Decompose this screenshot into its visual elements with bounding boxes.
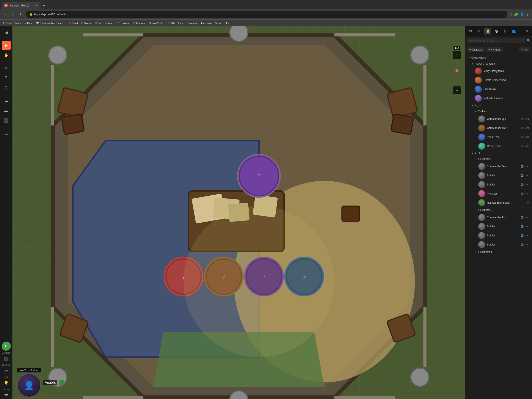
- journal-btn[interactable]: 📔: [484, 28, 491, 34]
- zoom-slider[interactable]: [456, 59, 457, 85]
- encounter2-header[interactable]: ▼ Encounter 2: [472, 207, 532, 213]
- jesv-sheet-btn[interactable]: ⚄: [521, 165, 524, 168]
- token-tool-btn[interactable]: ⬛: [2, 116, 11, 125]
- collapse-sidebar-btn[interactable]: ◀: [2, 28, 11, 37]
- jukebox-btn[interactable]: 🎵: [502, 28, 508, 34]
- new-tab-btn[interactable]: +: [41, 2, 47, 9]
- encounter3-header[interactable]: ▼ Encounter 3: [472, 156, 532, 162]
- bookmark-roll20[interactable]: Roll20: [168, 22, 175, 24]
- bookmark-wise[interactable]: W Wise: [105, 22, 113, 24]
- priestess-sheet-btn[interactable]: ⚄: [521, 192, 524, 195]
- light-btn[interactable]: 💡: [2, 379, 11, 388]
- bookmark-gmail[interactable]: M Gmail: [69, 22, 78, 24]
- soldier5-sheet-btn[interactable]: ⚄: [521, 243, 524, 246]
- panel-settings-btn[interactable]: ⚙: [523, 28, 530, 34]
- bookmark-deposit[interactable]: DepositPhotos: [149, 22, 165, 24]
- pan-tool-btn[interactable]: ✋: [2, 51, 11, 60]
- select-tool-btn[interactable]: ▶: [2, 41, 11, 50]
- char-soldier-3[interactable]: Soldier ⚄ SRD: [472, 222, 532, 231]
- address-bar[interactable]: 🔒 https://app.roll20.net/editor/: [26, 11, 507, 18]
- zoom-thumb[interactable]: [456, 69, 458, 72]
- bookmark-fy[interactable]: FY: [116, 22, 120, 24]
- bookmark-later[interactable]: Later.com: [201, 22, 212, 24]
- chat-btn[interactable]: ☰: [2, 129, 11, 138]
- char-soldier-1[interactable]: Soldier ⚄ SRD: [472, 171, 532, 180]
- tokens-btn[interactable]: ⬛: [2, 354, 11, 364]
- search-submit-btn[interactable]: 🔍: [527, 39, 530, 42]
- refresh-btn[interactable]: ↻: [18, 11, 24, 17]
- char-sisu[interactable]: Sisu Kurdle: [469, 85, 532, 94]
- bookmark-cal[interactable]: G Cal: [95, 22, 101, 24]
- player-characters-header[interactable]: ▼ Player Characters: [469, 61, 532, 66]
- trer-sheet-btn[interactable]: ⚄: [521, 126, 524, 130]
- player-avatar[interactable]: 👤: [17, 373, 41, 397]
- active-tab[interactable]: R Hypatia | Roll20 ✕: [2, 2, 41, 9]
- civilians-add-icon[interactable]: +: [475, 110, 477, 113]
- portrait-btn[interactable]: 🖼: [467, 28, 474, 34]
- char-priest-twin[interactable]: Priest Twin ⚄ SRD: [472, 133, 532, 142]
- zoom-out-btn[interactable]: −: [453, 86, 461, 94]
- bookmark-plex[interactable]: Plex: [225, 22, 229, 24]
- token-bars-btn[interactable]: ▬: [2, 106, 11, 115]
- add-btn[interactable]: + Add: [519, 47, 530, 52]
- char-commander-jesv[interactable]: Commander Jesv ⚄ SRD: [472, 162, 532, 171]
- bookmark-spark[interactable]: Spark: [215, 22, 221, 24]
- bookmark-forge[interactable]: Forge: [178, 22, 184, 24]
- bookmark-wilma[interactable]: Wilma: [123, 22, 130, 24]
- char-commander-qiel[interactable]: Commander Qiel ⚄ SRD: [472, 114, 532, 124]
- bookmark-star-btn[interactable]: ☆: [509, 12, 512, 16]
- char-moxy[interactable]: Moxy Blastypants: [469, 66, 532, 76]
- gm-btn[interactable]: 👁: [2, 367, 11, 376]
- add-character-btn[interactable]: + Character: [467, 47, 485, 52]
- fog-tool-btn[interactable]: ☁: [2, 96, 11, 105]
- draw-tool-btn[interactable]: ✏: [2, 64, 11, 72]
- tab-close-btn[interactable]: ✕: [35, 4, 38, 7]
- soldier3-sheet-btn[interactable]: ⚄: [521, 225, 524, 228]
- characters-section-header[interactable]: ▼ Characters: [465, 54, 532, 61]
- back-btn[interactable]: ←: [3, 11, 9, 17]
- search-input[interactable]: [467, 38, 526, 43]
- encounter1-header[interactable]: ▼ Encounter 1: [472, 249, 532, 255]
- bookmark-getting-started[interactable]: ★ Getting Started: [3, 22, 22, 24]
- act2-header[interactable]: ▼ Act2: [469, 151, 532, 156]
- char-commander-trer[interactable]: Commander Trer ⚄ SRD: [472, 124, 532, 133]
- char-soldier-2[interactable]: Soldier ⚄ SRD: [472, 180, 532, 189]
- bookmark-more[interactable]: ▸ More: [25, 22, 32, 24]
- char-commander-pon[interactable]: Commander Pon ⚄ SRD: [472, 213, 532, 222]
- zoom-in-btn[interactable]: +: [453, 51, 461, 59]
- char-linette[interactable]: Linette Emberwood: [469, 76, 532, 85]
- soldier2-sheet-btn[interactable]: ⚄: [521, 183, 524, 186]
- measure-tool-btn[interactable]: ⚲: [2, 83, 11, 92]
- people-btn[interactable]: 👥: [510, 28, 517, 34]
- bookmark-spooky[interactable]: 👻 Spooky Action Games...: [36, 22, 65, 24]
- char-hypatia-brightspark[interactable]: Hypatia Brightspark ⚄: [472, 198, 532, 207]
- char-soldier-4[interactable]: Soldier ⚄ SRD: [472, 231, 532, 240]
- map-area[interactable]: ♀ ♀ ♀ ♂ ♀: [13, 26, 465, 399]
- priest-twin-sheet-btn[interactable]: ⚄: [521, 135, 524, 139]
- account-btn[interactable]: 👤: [520, 12, 524, 16]
- bookmark-gvoice[interactable]: G GVoice: [81, 22, 91, 24]
- join-video-btn[interactable]: Join Voice & Video: [17, 368, 41, 373]
- bookmark-translate[interactable]: G Translate: [133, 22, 146, 24]
- qiel-sheet-btn[interactable]: ⚄: [521, 117, 524, 121]
- char-caster-twin[interactable]: Caster Twin ⚄ SRD: [472, 142, 532, 151]
- act3-header[interactable]: ▼ Act 3: [469, 103, 532, 108]
- bookmark-postpone[interactable]: Postpone: [188, 22, 197, 24]
- compendium-btn[interactable]: 📚: [493, 28, 500, 34]
- char-soldier-5[interactable]: Soldier ⚄ SRD: [472, 240, 532, 249]
- char-priestess[interactable]: Priestess ⚄ SRD: [472, 189, 532, 198]
- civilians-header[interactable]: + Civilians: [472, 108, 532, 114]
- settings-btn[interactable]: ⚙: [476, 28, 483, 34]
- text-tool-btn[interactable]: T: [2, 73, 11, 83]
- layers-btn[interactable]: L: [2, 341, 11, 351]
- menu-btn[interactable]: ⋮: [526, 12, 529, 16]
- forward-btn[interactable]: →: [10, 11, 16, 17]
- char-mathilda[interactable]: Mathilda Flütnozl: [469, 94, 532, 103]
- caster-twin-sheet-btn[interactable]: ⚄: [521, 144, 524, 148]
- extensions-btn[interactable]: 🧩: [514, 12, 518, 16]
- pon-sheet-btn[interactable]: ⚄: [521, 216, 524, 219]
- add-handout-btn[interactable]: + Handout: [486, 47, 503, 52]
- map-btn[interactable]: 🗺: [2, 391, 11, 399]
- hypatia-sheet-btn[interactable]: ⚄: [527, 201, 529, 204]
- soldier4-sheet-btn[interactable]: ⚄: [521, 234, 524, 237]
